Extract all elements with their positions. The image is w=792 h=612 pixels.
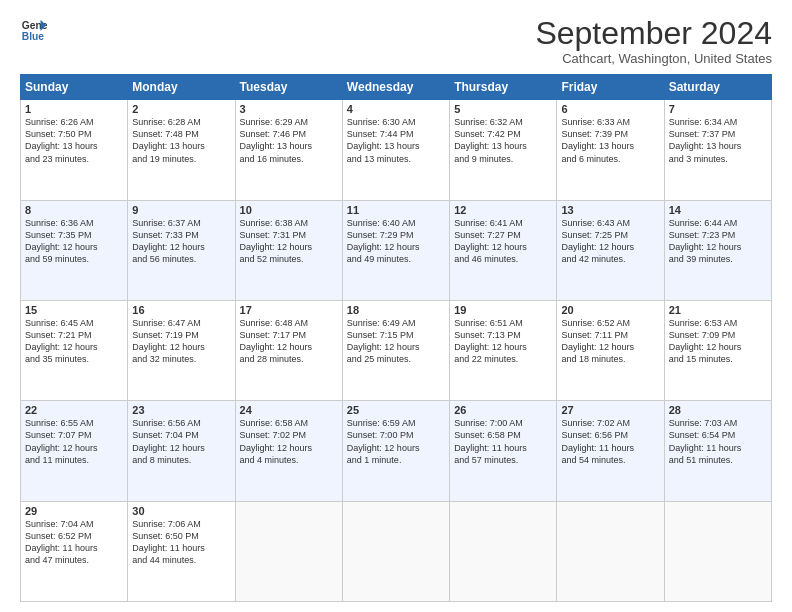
logo: General Blue	[20, 16, 48, 44]
day-number: 15	[25, 304, 123, 316]
day-header-friday: Friday	[557, 75, 664, 100]
day-number: 30	[132, 505, 230, 517]
day-info: Sunrise: 6:41 AMSunset: 7:27 PMDaylight:…	[454, 217, 552, 266]
svg-text:Blue: Blue	[22, 31, 45, 42]
calendar-cell	[450, 501, 557, 601]
day-number: 27	[561, 404, 659, 416]
day-info: Sunrise: 6:36 AMSunset: 7:35 PMDaylight:…	[25, 217, 123, 266]
day-number: 18	[347, 304, 445, 316]
day-number: 1	[25, 103, 123, 115]
calendar-cell: 25Sunrise: 6:59 AMSunset: 7:00 PMDayligh…	[342, 401, 449, 501]
day-number: 16	[132, 304, 230, 316]
day-info: Sunrise: 6:29 AMSunset: 7:46 PMDaylight:…	[240, 116, 338, 165]
week-row-3: 22Sunrise: 6:55 AMSunset: 7:07 PMDayligh…	[21, 401, 772, 501]
day-info: Sunrise: 6:40 AMSunset: 7:29 PMDaylight:…	[347, 217, 445, 266]
day-info: Sunrise: 6:26 AMSunset: 7:50 PMDaylight:…	[25, 116, 123, 165]
general-blue-icon: General Blue	[20, 16, 48, 44]
day-info: Sunrise: 7:02 AMSunset: 6:56 PMDaylight:…	[561, 417, 659, 466]
calendar-cell	[557, 501, 664, 601]
day-number: 20	[561, 304, 659, 316]
day-info: Sunrise: 6:33 AMSunset: 7:39 PMDaylight:…	[561, 116, 659, 165]
day-info: Sunrise: 6:49 AMSunset: 7:15 PMDaylight:…	[347, 317, 445, 366]
day-number: 4	[347, 103, 445, 115]
day-info: Sunrise: 6:37 AMSunset: 7:33 PMDaylight:…	[132, 217, 230, 266]
day-number: 22	[25, 404, 123, 416]
day-header-wednesday: Wednesday	[342, 75, 449, 100]
header: General Blue September 2024 Cathcart, Wa…	[20, 16, 772, 66]
calendar-cell: 29Sunrise: 7:04 AMSunset: 6:52 PMDayligh…	[21, 501, 128, 601]
calendar-cell: 2Sunrise: 6:28 AMSunset: 7:48 PMDaylight…	[128, 100, 235, 200]
title-section: September 2024 Cathcart, Washington, Uni…	[535, 16, 772, 66]
day-info: Sunrise: 6:48 AMSunset: 7:17 PMDaylight:…	[240, 317, 338, 366]
calendar-cell	[342, 501, 449, 601]
day-info: Sunrise: 6:43 AMSunset: 7:25 PMDaylight:…	[561, 217, 659, 266]
calendar-cell: 9Sunrise: 6:37 AMSunset: 7:33 PMDaylight…	[128, 200, 235, 300]
calendar-cell: 28Sunrise: 7:03 AMSunset: 6:54 PMDayligh…	[664, 401, 771, 501]
calendar-cell: 5Sunrise: 6:32 AMSunset: 7:42 PMDaylight…	[450, 100, 557, 200]
page: General Blue September 2024 Cathcart, Wa…	[0, 0, 792, 612]
calendar-cell: 12Sunrise: 6:41 AMSunset: 7:27 PMDayligh…	[450, 200, 557, 300]
day-info: Sunrise: 6:51 AMSunset: 7:13 PMDaylight:…	[454, 317, 552, 366]
day-header-sunday: Sunday	[21, 75, 128, 100]
week-row-1: 8Sunrise: 6:36 AMSunset: 7:35 PMDaylight…	[21, 200, 772, 300]
day-header-saturday: Saturday	[664, 75, 771, 100]
day-number: 13	[561, 204, 659, 216]
day-info: Sunrise: 6:52 AMSunset: 7:11 PMDaylight:…	[561, 317, 659, 366]
calendar-table: SundayMondayTuesdayWednesdayThursdayFrid…	[20, 74, 772, 602]
day-number: 10	[240, 204, 338, 216]
calendar-cell: 19Sunrise: 6:51 AMSunset: 7:13 PMDayligh…	[450, 300, 557, 400]
day-info: Sunrise: 6:56 AMSunset: 7:04 PMDaylight:…	[132, 417, 230, 466]
calendar-cell: 1Sunrise: 6:26 AMSunset: 7:50 PMDaylight…	[21, 100, 128, 200]
week-row-0: 1Sunrise: 6:26 AMSunset: 7:50 PMDaylight…	[21, 100, 772, 200]
week-row-2: 15Sunrise: 6:45 AMSunset: 7:21 PMDayligh…	[21, 300, 772, 400]
day-number: 25	[347, 404, 445, 416]
day-info: Sunrise: 7:03 AMSunset: 6:54 PMDaylight:…	[669, 417, 767, 466]
day-number: 2	[132, 103, 230, 115]
calendar-cell: 10Sunrise: 6:38 AMSunset: 7:31 PMDayligh…	[235, 200, 342, 300]
calendar-cell	[235, 501, 342, 601]
header-row: SundayMondayTuesdayWednesdayThursdayFrid…	[21, 75, 772, 100]
day-info: Sunrise: 6:55 AMSunset: 7:07 PMDaylight:…	[25, 417, 123, 466]
calendar-cell: 21Sunrise: 6:53 AMSunset: 7:09 PMDayligh…	[664, 300, 771, 400]
calendar-cell: 24Sunrise: 6:58 AMSunset: 7:02 PMDayligh…	[235, 401, 342, 501]
calendar-cell: 3Sunrise: 6:29 AMSunset: 7:46 PMDaylight…	[235, 100, 342, 200]
day-number: 6	[561, 103, 659, 115]
calendar-cell: 14Sunrise: 6:44 AMSunset: 7:23 PMDayligh…	[664, 200, 771, 300]
day-header-thursday: Thursday	[450, 75, 557, 100]
day-number: 5	[454, 103, 552, 115]
day-info: Sunrise: 6:47 AMSunset: 7:19 PMDaylight:…	[132, 317, 230, 366]
day-number: 12	[454, 204, 552, 216]
calendar-cell: 6Sunrise: 6:33 AMSunset: 7:39 PMDaylight…	[557, 100, 664, 200]
day-info: Sunrise: 7:04 AMSunset: 6:52 PMDaylight:…	[25, 518, 123, 567]
day-info: Sunrise: 6:38 AMSunset: 7:31 PMDaylight:…	[240, 217, 338, 266]
day-info: Sunrise: 6:59 AMSunset: 7:00 PMDaylight:…	[347, 417, 445, 466]
day-info: Sunrise: 6:53 AMSunset: 7:09 PMDaylight:…	[669, 317, 767, 366]
calendar-cell: 13Sunrise: 6:43 AMSunset: 7:25 PMDayligh…	[557, 200, 664, 300]
day-info: Sunrise: 6:58 AMSunset: 7:02 PMDaylight:…	[240, 417, 338, 466]
calendar-cell: 23Sunrise: 6:56 AMSunset: 7:04 PMDayligh…	[128, 401, 235, 501]
day-info: Sunrise: 6:30 AMSunset: 7:44 PMDaylight:…	[347, 116, 445, 165]
day-info: Sunrise: 6:34 AMSunset: 7:37 PMDaylight:…	[669, 116, 767, 165]
calendar-cell	[664, 501, 771, 601]
day-header-monday: Monday	[128, 75, 235, 100]
day-info: Sunrise: 6:44 AMSunset: 7:23 PMDaylight:…	[669, 217, 767, 266]
day-number: 14	[669, 204, 767, 216]
calendar-cell: 30Sunrise: 7:06 AMSunset: 6:50 PMDayligh…	[128, 501, 235, 601]
calendar-cell: 16Sunrise: 6:47 AMSunset: 7:19 PMDayligh…	[128, 300, 235, 400]
day-number: 24	[240, 404, 338, 416]
calendar-cell: 20Sunrise: 6:52 AMSunset: 7:11 PMDayligh…	[557, 300, 664, 400]
day-number: 26	[454, 404, 552, 416]
day-number: 8	[25, 204, 123, 216]
day-number: 19	[454, 304, 552, 316]
calendar-cell: 11Sunrise: 6:40 AMSunset: 7:29 PMDayligh…	[342, 200, 449, 300]
day-number: 9	[132, 204, 230, 216]
day-info: Sunrise: 7:00 AMSunset: 6:58 PMDaylight:…	[454, 417, 552, 466]
day-number: 29	[25, 505, 123, 517]
day-number: 3	[240, 103, 338, 115]
location: Cathcart, Washington, United States	[535, 51, 772, 66]
month-title: September 2024	[535, 16, 772, 51]
day-number: 21	[669, 304, 767, 316]
calendar-cell: 27Sunrise: 7:02 AMSunset: 6:56 PMDayligh…	[557, 401, 664, 501]
day-info: Sunrise: 7:06 AMSunset: 6:50 PMDaylight:…	[132, 518, 230, 567]
calendar-cell: 4Sunrise: 6:30 AMSunset: 7:44 PMDaylight…	[342, 100, 449, 200]
